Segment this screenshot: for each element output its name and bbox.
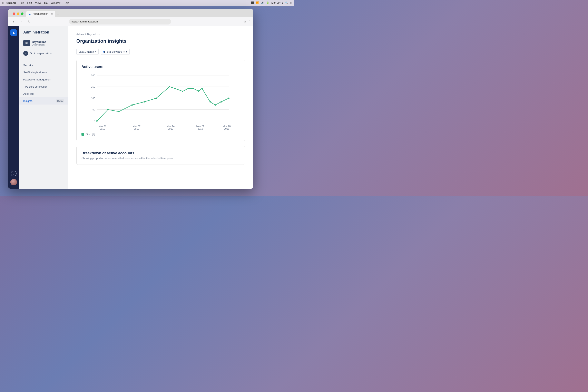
- x-label-may07-year: 2019: [134, 128, 139, 130]
- chart-point: [201, 88, 202, 89]
- chart-point: [192, 88, 194, 89]
- chart-point: [214, 104, 216, 106]
- tab-close-button[interactable]: ✕: [51, 13, 53, 15]
- url-input[interactable]: [69, 19, 171, 24]
- time-filter-dropdown[interactable]: Last 1 month ▾: [76, 49, 98, 55]
- x-label-may01: May 01: [98, 125, 106, 128]
- chart-title: Active users: [82, 65, 240, 69]
- breakdown-card: Breakdown of active accounts Showing pro…: [76, 146, 245, 165]
- chart-area: 200 150 100 50 0: [82, 73, 240, 130]
- chart-point: [228, 98, 230, 99]
- browser-tab[interactable]: ▲ Administration ✕: [26, 10, 55, 17]
- x-label-may14-year: 2019: [168, 128, 173, 130]
- chart-point: [96, 120, 98, 122]
- chart-point: [220, 101, 222, 102]
- tab-favicon: ▲: [29, 13, 31, 15]
- org-icon: ⊞: [23, 40, 30, 46]
- reload-button[interactable]: ↻: [26, 19, 32, 24]
- chart-legend: Jira ⓘ: [82, 133, 240, 136]
- org-name: Beyond Inc: [32, 40, 46, 44]
- filters: Last 1 month ▾ ◆ Jira Software × ▾: [76, 49, 245, 55]
- browser-content: ▲ ? Administration ⊞ Beyond Inc Organiza…: [8, 26, 253, 189]
- security-label: Security: [23, 64, 33, 67]
- more-options-icon[interactable]: ⋮: [248, 20, 251, 24]
- chart-point: [210, 101, 211, 102]
- sidebar-item-saml[interactable]: SAML single sign-on: [19, 69, 68, 76]
- beta-badge: BETA: [56, 100, 64, 102]
- forward-button[interactable]: ›: [18, 19, 24, 24]
- bookmark-icon[interactable]: ☆: [243, 20, 246, 24]
- chart-point: [107, 109, 108, 110]
- new-tab-button[interactable]: +: [55, 13, 61, 17]
- x-label-may07: May 07: [132, 125, 140, 128]
- tab-title: Administration: [33, 12, 48, 15]
- goto-org-icon: ←: [23, 51, 28, 56]
- x-label-may21: May 21: [196, 125, 204, 128]
- address-bar: ‹ › ↻ ☆ ⋮: [8, 17, 253, 26]
- sidebar-item-password[interactable]: Password management: [19, 76, 68, 83]
- chevron-down-icon: ▾: [95, 50, 96, 53]
- atlassian-sidebar: ▲ ?: [8, 26, 19, 189]
- sidebar-item-twostep[interactable]: Two-step verification: [19, 83, 68, 90]
- goto-org-label: Go to organization: [30, 52, 52, 55]
- org-type: Organization: [32, 44, 46, 46]
- browser-window: ▲ Administration ✕ + ‹ › ↻ ☆ ⋮ ▲ ?: [8, 9, 253, 189]
- y-label-150: 150: [91, 85, 95, 88]
- jira-product-icon: ◆: [103, 51, 105, 53]
- product-filter-dropdown[interactable]: ◆ Jira Software × ▾: [101, 49, 130, 55]
- sidebar-item-auditlog[interactable]: Audit log: [19, 90, 68, 98]
- back-button[interactable]: ‹: [10, 19, 16, 24]
- goto-org-link[interactable]: ← Go to organization: [19, 49, 68, 57]
- menu-help[interactable]: Help: [64, 2, 69, 4]
- saml-label: SAML single sign-on: [23, 71, 48, 74]
- breadcrumb-current: Beyond Inc: [87, 33, 100, 36]
- close-button[interactable]: [13, 12, 15, 15]
- twostep-label: Two-step verification: [23, 85, 48, 88]
- menu-chrome[interactable]: Chrome: [6, 2, 16, 4]
- menu-go[interactable]: Go: [44, 2, 48, 4]
- minimize-button[interactable]: [17, 12, 20, 15]
- menu-edit[interactable]: Edit: [27, 2, 32, 4]
- password-label: Password management: [23, 78, 51, 81]
- sidebar-nav: Administration ⊞ Beyond Inc Organization…: [19, 26, 68, 189]
- page-title: Organization insights: [76, 38, 245, 44]
- chart-point: [169, 86, 170, 88]
- menu-view[interactable]: View: [35, 2, 41, 4]
- sidebar-title: Administration: [19, 30, 68, 38]
- screen-icon: ⬛: [251, 2, 254, 4]
- breadcrumb-admin[interactable]: Admin: [76, 33, 84, 36]
- avatar-image: [10, 179, 17, 186]
- y-label-50: 50: [92, 108, 95, 111]
- nav-divider: [23, 60, 64, 60]
- product-chevron-icon: ▾: [126, 50, 128, 53]
- chart-point: [118, 111, 120, 112]
- volume-icon: 🔊: [261, 2, 264, 4]
- chart-svg: 200 150 100 50 0: [82, 73, 240, 130]
- breadcrumb: Admin / Beyond Inc: [76, 33, 245, 36]
- menu-file[interactable]: File: [20, 2, 24, 4]
- menu-list-icon[interactable]: ≡: [290, 2, 292, 4]
- sidebar-item-insights[interactable]: Insights BETA: [19, 98, 68, 104]
- breadcrumb-separator: /: [85, 33, 86, 36]
- menu-bar:  Chrome File Edit View Go Window Help ⬛…: [0, 0, 294, 6]
- y-label-200: 200: [91, 74, 95, 77]
- x-label-may28-year: 2019: [224, 128, 230, 130]
- help-button[interactable]: ?: [11, 171, 16, 176]
- remove-filter-button[interactable]: ×: [123, 50, 125, 53]
- chart-point: [144, 101, 145, 102]
- insights-label: Insights: [23, 100, 32, 102]
- search-icon[interactable]: 🔍: [285, 2, 288, 4]
- maximize-button[interactable]: [21, 12, 24, 15]
- legend-label: Jira: [86, 133, 90, 136]
- org-item: ⊞ Beyond Inc Organization: [19, 38, 68, 48]
- user-avatar[interactable]: [10, 179, 17, 186]
- auditlog-label: Audit log: [23, 92, 34, 95]
- sidebar-item-security[interactable]: Security: [19, 62, 68, 69]
- breakdown-title: Breakdown of active accounts: [82, 151, 240, 155]
- chart-point: [156, 98, 157, 99]
- apple-menu[interactable]: : [2, 1, 4, 5]
- chart-info-icon[interactable]: ⓘ: [92, 133, 95, 136]
- x-label-may21-year: 2019: [198, 128, 203, 130]
- atlassian-logo[interactable]: ▲: [10, 30, 17, 36]
- menu-window[interactable]: Window: [51, 2, 60, 4]
